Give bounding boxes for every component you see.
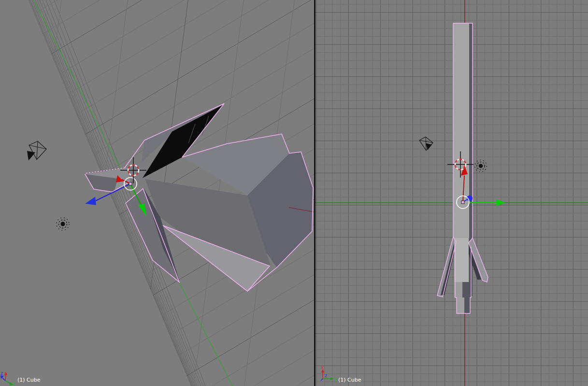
- axis-label-y: y: [13, 381, 15, 386]
- object-name-label: (1) Cube: [338, 377, 361, 383]
- viewport-front[interactable]: (1) Cube x y z: [316, 0, 588, 386]
- object-center-dot: [129, 182, 132, 185]
- viewport-perspective[interactable]: (1) Cube x y z: [0, 0, 314, 386]
- orthographic-grid: [316, 0, 588, 386]
- axis-label-x: x: [4, 371, 7, 376]
- axis-label-x: x: [321, 365, 324, 370]
- axis-label-z: z: [325, 373, 327, 378]
- axis-label-y: y: [334, 376, 337, 382]
- object-center-dot: [461, 201, 464, 204]
- object-name-label: (1) Cube: [17, 377, 41, 383]
- blender-3d-view: (1) Cube x y z (1) Cube x y z: [0, 0, 588, 386]
- axis-label-z: z: [0, 371, 3, 376]
